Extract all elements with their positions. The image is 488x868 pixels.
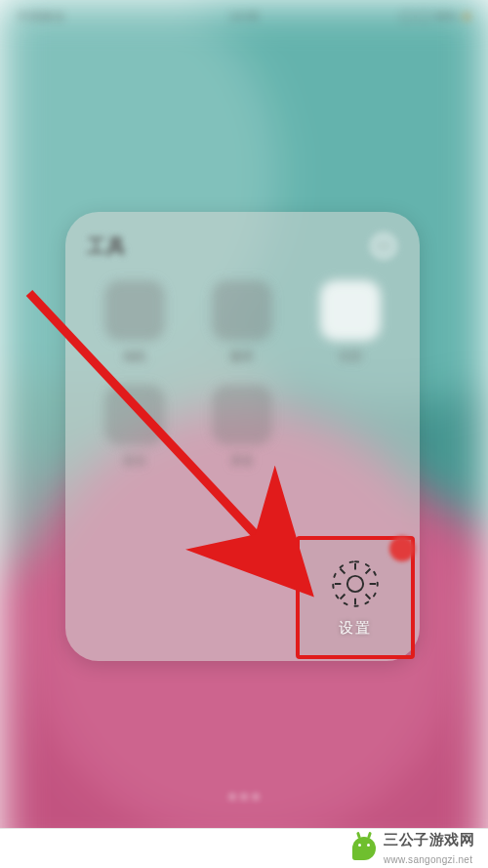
app-grid: 相机 图库 日历 音乐 录音 <box>65 267 420 483</box>
app-gallery[interactable]: 图库 <box>192 280 292 365</box>
app-label: 录音 <box>230 453 254 470</box>
watermark-url: www.sangongzi.net <box>384 854 472 865</box>
folder-title: 工具 <box>87 233 126 260</box>
status-bar: 中国移动 14:08 58% <box>0 0 488 33</box>
svg-point-3 <box>347 575 363 591</box>
app-label: 音乐 <box>123 453 146 470</box>
folder-menu-button[interactable] <box>369 231 398 261</box>
android-icon <box>352 837 376 860</box>
settings-label: 设置 <box>339 619 372 638</box>
app-label: 相机 <box>123 349 146 365</box>
svg-point-2 <box>386 245 388 247</box>
app-label: 日历 <box>339 349 362 365</box>
gallery-icon <box>212 280 272 341</box>
page-indicator <box>0 794 488 800</box>
camera-icon <box>104 280 165 341</box>
music-icon <box>104 385 165 445</box>
app-label: 图库 <box>230 349 254 365</box>
watermark-title: 三公子游戏网 <box>384 831 474 847</box>
svg-point-1 <box>383 245 385 247</box>
clock-label: 14:08 <box>0 10 488 23</box>
app-calendar[interactable]: 日历 <box>301 280 400 365</box>
watermark-bar: 三公子游戏网 www.sangongzi.net <box>0 828 488 868</box>
gear-icon <box>330 558 381 609</box>
svg-point-0 <box>379 245 381 247</box>
app-music[interactable]: 音乐 <box>85 385 184 470</box>
app-camera[interactable]: 相机 <box>85 280 184 365</box>
more-icon <box>377 239 390 253</box>
notification-badge <box>389 536 415 561</box>
app-recorder[interactable]: 录音 <box>192 385 292 470</box>
calendar-icon <box>320 280 381 341</box>
recorder-icon <box>212 385 272 445</box>
app-settings[interactable]: 设置 <box>296 536 415 659</box>
